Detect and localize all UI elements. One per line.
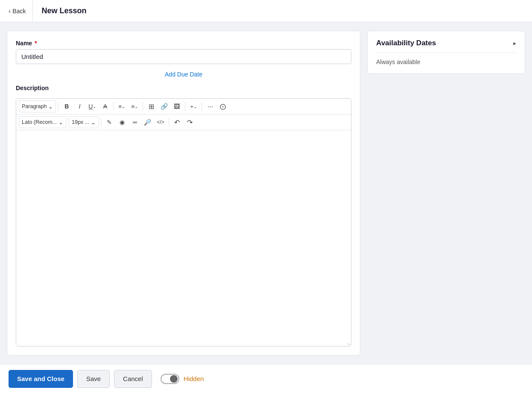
editor-body[interactable]: ⌞ xyxy=(16,130,351,346)
header: ‹ Back New Lesson xyxy=(0,0,532,22)
border-icon: ═ xyxy=(133,119,137,126)
toolbar-row-2: Lato (Recom... ⌄ 19px ... ⌄ ✎ ◉ ═ xyxy=(16,114,351,130)
back-label: Back xyxy=(12,8,26,15)
availability-divider xyxy=(376,53,516,53)
highlight-icon: ◉ xyxy=(120,119,125,126)
table-button[interactable]: ⊞ xyxy=(145,100,157,112)
undo-button[interactable]: ↶ xyxy=(171,116,183,128)
required-star: * xyxy=(33,40,37,47)
font-select[interactable]: Lato (Recom... ⌄ xyxy=(19,116,66,128)
add-chevron: ⌄ xyxy=(193,104,197,109)
link-button[interactable]: 🔗 xyxy=(158,100,170,112)
size-chevron-icon: ⌄ xyxy=(91,119,96,126)
availability-title: Availability Dates xyxy=(376,39,436,47)
right-panel: Availability Dates ▸ Always available xyxy=(367,31,525,355)
availability-card: Availability Dates ▸ Always available xyxy=(367,31,525,74)
divider-7 xyxy=(169,118,169,126)
underline-chevron: ⌄ xyxy=(93,104,96,109)
name-field-group: Name * xyxy=(16,40,351,64)
paragraph-chevron-icon: ⌄ xyxy=(48,103,53,110)
bold-button[interactable]: B xyxy=(61,100,73,112)
toolbar-row-1: Paragraph ⌄ B I U ⌄ A xyxy=(16,99,351,114)
font-chevron-icon: ⌄ xyxy=(58,119,63,126)
description-label: Description xyxy=(16,85,351,91)
fullscreen-button[interactable]: ⨀ xyxy=(217,100,229,112)
align-chevron: ⌄ xyxy=(122,104,125,109)
divider-1 xyxy=(58,102,58,111)
toggle-thumb xyxy=(170,375,178,383)
italic-button[interactable]: I xyxy=(73,100,85,112)
back-chevron-icon: ‹ xyxy=(9,7,11,15)
code-icon: </> xyxy=(157,119,164,125)
add-due-date-button[interactable]: Add Due Date xyxy=(16,71,351,78)
size-select[interactable]: 19px ... ⌄ xyxy=(69,116,99,128)
toggle-label: Hidden xyxy=(184,375,204,382)
name-label: Name * xyxy=(16,40,351,47)
find-button[interactable]: 🔎 xyxy=(142,116,154,128)
name-input[interactable] xyxy=(16,49,351,64)
editor-container: Paragraph ⌄ B I U ⌄ A xyxy=(16,98,351,346)
align-button[interactable]: ≡ ⌄ xyxy=(116,100,128,112)
main-content: Name * Add Due Date Description Paragrap… xyxy=(0,22,532,364)
page-title: New Lesson xyxy=(41,6,86,15)
paint-format-button[interactable]: ✎ xyxy=(103,116,115,128)
border-button[interactable]: ═ xyxy=(129,116,141,128)
divider-6 xyxy=(101,118,101,126)
footer: Save and Close Save Cancel Hidden xyxy=(0,364,532,393)
divider-5 xyxy=(202,102,202,111)
code-button[interactable]: </> xyxy=(155,116,167,128)
paint-format-icon: ✎ xyxy=(107,119,112,126)
image-button[interactable]: 🖼 xyxy=(171,100,183,112)
redo-button[interactable]: ↷ xyxy=(184,116,196,128)
toggle-wrapper: Hidden xyxy=(161,374,204,384)
more-button[interactable]: ⋯ xyxy=(204,100,216,112)
divider-4 xyxy=(185,102,185,111)
cancel-button[interactable]: Cancel xyxy=(114,370,152,388)
hidden-toggle[interactable] xyxy=(161,374,179,384)
list-button[interactable]: ≡ ⌄ xyxy=(129,100,140,112)
paragraph-select[interactable]: Paragraph ⌄ xyxy=(19,100,56,112)
availability-status: Always available xyxy=(376,59,421,65)
back-button[interactable]: ‹ Back xyxy=(9,0,33,22)
find-icon: 🔎 xyxy=(144,119,151,126)
redo-icon: ↷ xyxy=(187,118,193,126)
list-chevron: ⌄ xyxy=(134,104,138,109)
divider-3 xyxy=(143,102,143,111)
expand-icon[interactable]: ▸ xyxy=(513,40,516,47)
save-button[interactable]: Save xyxy=(77,370,110,388)
resize-handle: ⌞ xyxy=(348,340,350,345)
availability-header: Availability Dates ▸ xyxy=(376,39,516,47)
undo-icon: ↶ xyxy=(174,118,180,126)
underline-button[interactable]: U ⌄ xyxy=(86,100,98,112)
strikethrough-button[interactable]: A xyxy=(99,100,111,112)
save-and-close-button[interactable]: Save and Close xyxy=(9,370,73,388)
divider-2 xyxy=(113,102,114,111)
highlight-button[interactable]: ◉ xyxy=(116,116,128,128)
left-panel: Name * Add Due Date Description Paragrap… xyxy=(7,31,360,355)
add-button[interactable]: + ⌄ xyxy=(187,100,199,112)
